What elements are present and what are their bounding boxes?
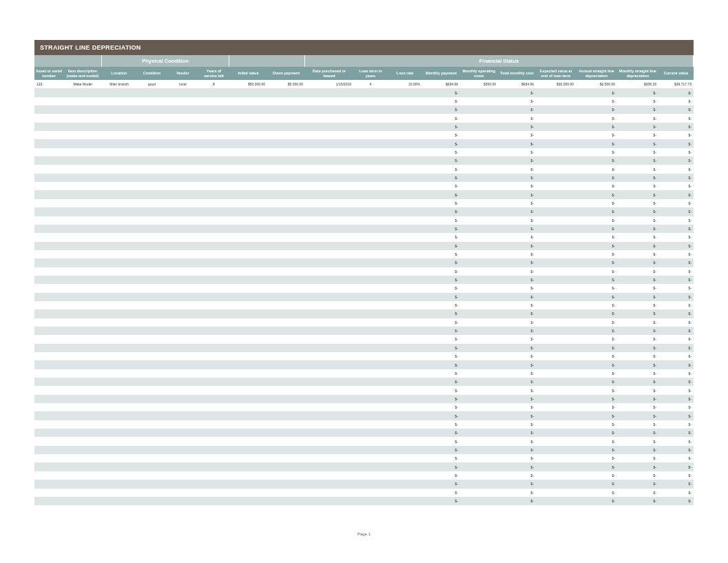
- cell-term: 4: [353, 80, 388, 88]
- cell-mpay: $-: [422, 360, 460, 369]
- cell-current: $-: [658, 88, 694, 96]
- cell-mpay: $-: [422, 190, 460, 198]
- cell-date: [305, 395, 353, 403]
- cell-annual: $-: [576, 293, 617, 301]
- cell-date: [305, 233, 353, 241]
- cell-monthly: $-: [617, 344, 658, 352]
- cell-years: [198, 114, 229, 122]
- cell-years: [198, 369, 229, 378]
- cell-tmc: $-: [498, 403, 536, 411]
- cell-tmc: $-: [498, 462, 536, 471]
- cell-tmc: $-: [498, 344, 536, 352]
- cell-serial: [34, 131, 63, 139]
- cell-serial: [34, 411, 63, 420]
- cell-expected: [536, 233, 576, 241]
- cell-tmc: $-: [498, 318, 536, 327]
- cell-desc: [63, 497, 102, 505]
- cell-monthly: $-: [617, 207, 658, 216]
- cell-vendor: [167, 131, 198, 139]
- cell-desc: [63, 420, 102, 429]
- col-header-mop: Monthly operating costs: [460, 67, 498, 80]
- cell-down: [267, 411, 305, 420]
- cell-monthly: $-: [617, 454, 658, 462]
- cell-current: $-: [658, 335, 694, 343]
- cell-down: [267, 369, 305, 378]
- cell-annual: $-: [576, 395, 617, 403]
- cell-rate: [388, 156, 422, 165]
- cell-years: [198, 233, 229, 241]
- cell-desc: [63, 258, 102, 267]
- cell-term: [353, 489, 388, 497]
- cell-term: [353, 88, 388, 96]
- cell-desc: [63, 105, 102, 114]
- cell-years: [198, 293, 229, 301]
- cell-expected: [536, 344, 576, 352]
- table-row: $-$-$-$-$-: [34, 88, 694, 96]
- cell-expected: [536, 131, 576, 139]
- cell-tmc: $-: [498, 139, 536, 147]
- cell-current: $-: [658, 216, 694, 225]
- cell-condition: [136, 284, 167, 292]
- cell-down: [267, 489, 305, 497]
- cell-mpay: $-: [422, 242, 460, 250]
- table-row: $-$-$-$-$-: [34, 446, 694, 454]
- cell-condition: [136, 242, 167, 250]
- cell-expected: [536, 190, 576, 198]
- cell-initial: [229, 429, 267, 437]
- cell-location: [102, 258, 136, 267]
- cell-desc: [63, 114, 102, 122]
- cell-mpay: $-: [422, 267, 460, 276]
- cell-date: [305, 148, 353, 156]
- cell-condition: [136, 352, 167, 360]
- cell-current: $-: [658, 148, 694, 156]
- cell-location: [102, 429, 136, 437]
- cell-monthly: $-: [617, 242, 658, 250]
- cell-monthly: $-: [617, 139, 658, 147]
- cell-mop: [460, 105, 498, 114]
- cell-mop: [460, 369, 498, 378]
- cell-serial: [34, 284, 63, 292]
- cell-annual: $-: [576, 250, 617, 258]
- cell-initial: [229, 131, 267, 139]
- cell-annual: $-: [576, 242, 617, 250]
- cell-annual: $-: [576, 267, 617, 276]
- cell-location: [102, 318, 136, 327]
- col-header-location: Location: [102, 67, 136, 80]
- cell-vendor: [167, 114, 198, 122]
- cell-term: [353, 293, 388, 301]
- cell-location: [102, 327, 136, 335]
- cell-desc: [63, 284, 102, 292]
- cell-desc: [63, 156, 102, 165]
- cell-location: [102, 420, 136, 429]
- cell-mpay: $-: [422, 471, 460, 480]
- cell-tmc: $-: [498, 199, 536, 207]
- cell-mpay: $-: [422, 429, 460, 437]
- cell-serial: [34, 233, 63, 241]
- cell-tmc: $-: [498, 429, 536, 437]
- cell-date: [305, 480, 353, 488]
- cell-current: $-: [658, 318, 694, 327]
- cell-initial: [229, 276, 267, 284]
- cell-mpay: $-: [422, 233, 460, 241]
- cell-term: [353, 148, 388, 156]
- col-header-date: Date purchased or leased: [305, 67, 353, 80]
- cell-location: [102, 207, 136, 216]
- cell-years: [198, 344, 229, 352]
- cell-tmc: $-: [498, 216, 536, 225]
- cell-condition: [136, 344, 167, 352]
- cell-annual: $-: [576, 429, 617, 437]
- cell-condition: [136, 156, 167, 165]
- cell-desc: [63, 471, 102, 480]
- cell-condition: [136, 114, 167, 122]
- cell-annual: $2,500.00: [576, 80, 617, 88]
- cell-date: [305, 139, 353, 147]
- cell-initial: [229, 369, 267, 378]
- cell-down: [267, 446, 305, 454]
- cell-down: [267, 420, 305, 429]
- cell-initial: [229, 190, 267, 198]
- cell-rate: [388, 225, 422, 233]
- cell-initial: [229, 395, 267, 403]
- cell-years: [198, 386, 229, 394]
- cell-location: [102, 411, 136, 420]
- cell-down: [267, 88, 305, 96]
